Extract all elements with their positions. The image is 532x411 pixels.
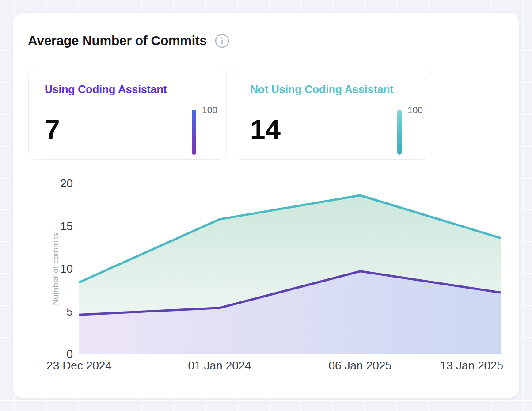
average-commits-card: Average Number of Commits Using Coding A…	[12, 12, 520, 399]
x-tick-label: 01 Jan 2024	[188, 359, 251, 373]
x-tick-label: 23 Dec 2024	[46, 359, 111, 373]
y-tick-label: 10	[13, 262, 73, 276]
commits-area-chart: Number of commits 05101520 23 Dec 202401…	[13, 13, 519, 398]
y-tick-label: 20	[13, 177, 73, 190]
x-tick-label: 13 Jan 2025	[440, 359, 503, 373]
plot-area	[79, 183, 501, 354]
y-tick-label: 5	[13, 304, 73, 318]
y-tick-label: 15	[13, 219, 73, 233]
x-tick-label: 06 Jan 2025	[328, 359, 391, 373]
